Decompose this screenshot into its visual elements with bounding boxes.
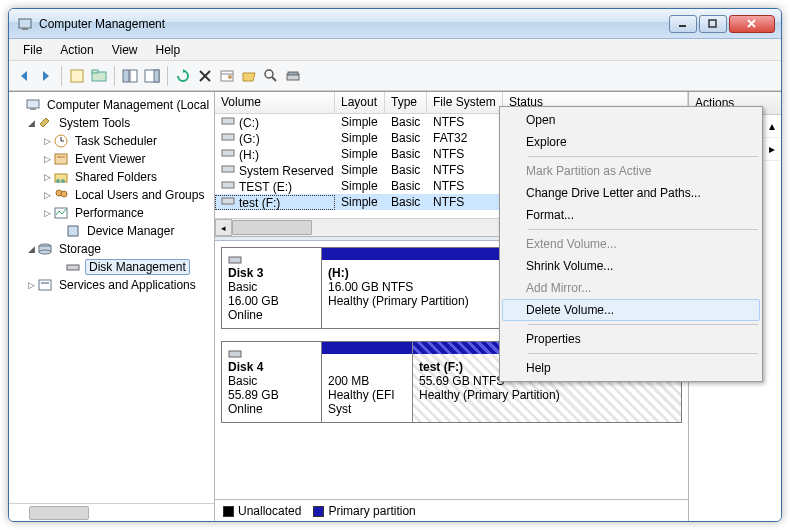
svg-rect-3 — [709, 20, 716, 27]
tree-device-manager[interactable]: Device Manager — [13, 222, 214, 240]
maximize-button[interactable] — [699, 15, 727, 33]
menu-explore[interactable]: Explore — [502, 131, 760, 153]
expand-collapse-icon[interactable]: ◢ — [25, 118, 37, 128]
find-icon[interactable] — [262, 67, 280, 85]
explorer-icon[interactable] — [90, 67, 108, 85]
menu-shrink[interactable]: Shrink Volume... — [502, 255, 760, 277]
menu-help[interactable]: Help — [502, 357, 760, 379]
tree-task-scheduler[interactable]: ▷Task Scheduler — [13, 132, 214, 150]
toolbar — [9, 61, 781, 91]
svg-rect-1 — [22, 28, 28, 30]
expand-icon[interactable]: ▷ — [41, 208, 53, 218]
expand-icon[interactable]: ▷ — [41, 154, 53, 164]
menu-file[interactable]: File — [15, 41, 50, 59]
tree-services[interactable]: ▷Services and Applications — [13, 276, 214, 294]
svg-rect-44 — [222, 150, 234, 156]
close-button[interactable] — [729, 15, 775, 33]
menu-properties[interactable]: Properties — [502, 328, 760, 350]
tree-disk-management[interactable]: Disk Management — [13, 258, 214, 276]
svg-point-31 — [61, 179, 65, 183]
tree-event-viewer[interactable]: ▷Event Viewer — [13, 150, 214, 168]
svg-point-17 — [228, 75, 232, 79]
tree-root[interactable]: Computer Management (Local — [13, 96, 214, 114]
expand-icon[interactable]: ▷ — [25, 280, 37, 290]
tree-performance[interactable]: ▷Performance — [13, 204, 214, 222]
computer-management-window: Computer Management File Action View Hel… — [8, 8, 782, 522]
expand-icon[interactable]: ▷ — [41, 172, 53, 182]
computer-icon — [25, 97, 41, 113]
show-hide-actions-icon[interactable] — [143, 67, 161, 85]
svg-rect-6 — [71, 70, 83, 82]
svg-rect-21 — [288, 72, 298, 75]
svg-rect-23 — [30, 108, 36, 110]
properties-icon[interactable] — [68, 67, 86, 85]
svg-rect-8 — [92, 70, 98, 73]
expand-icon[interactable]: ▷ — [41, 136, 53, 146]
show-hide-tree-icon[interactable] — [121, 67, 139, 85]
drive-icon — [221, 195, 235, 207]
svg-rect-41 — [41, 282, 49, 284]
tree-shared-folders[interactable]: ▷Shared Folders — [13, 168, 214, 186]
disk-icon[interactable] — [284, 67, 302, 85]
col-type[interactable]: Type — [385, 92, 427, 113]
drive-icon — [221, 163, 235, 175]
svg-rect-40 — [39, 280, 51, 290]
titlebar[interactable]: Computer Management — [9, 9, 781, 39]
chevron-up-icon: ▴ — [769, 119, 775, 133]
performance-icon — [53, 205, 69, 221]
tree-scrollbar[interactable] — [9, 503, 214, 521]
delete-icon[interactable] — [196, 67, 214, 85]
svg-rect-49 — [229, 351, 241, 357]
menu-action[interactable]: Action — [52, 41, 101, 59]
svg-rect-12 — [154, 70, 159, 82]
menu-delete-volume[interactable]: Delete Volume... — [502, 299, 760, 321]
tree-local-users[interactable]: ▷Local Users and Groups — [13, 186, 214, 204]
col-fs[interactable]: File System — [427, 92, 503, 113]
clock-icon — [53, 133, 69, 149]
menu-extend: Extend Volume... — [502, 233, 760, 255]
event-icon — [53, 151, 69, 167]
center-pane: Volume Layout Type File System Status (C… — [215, 92, 689, 521]
refresh-icon[interactable] — [174, 67, 192, 85]
svg-point-38 — [39, 250, 51, 254]
menu-add-mirror: Add Mirror... — [502, 277, 760, 299]
disk-info[interactable]: Disk 3 Basic 16.00 GB Online — [222, 248, 322, 328]
app-icon — [17, 16, 33, 32]
menu-change-letter[interactable]: Change Drive Letter and Paths... — [502, 182, 760, 204]
svg-point-33 — [61, 191, 67, 197]
tree-storage[interactable]: ◢Storage — [13, 240, 214, 258]
svg-rect-35 — [68, 226, 78, 236]
tools-icon — [37, 115, 53, 131]
services-icon — [37, 277, 53, 293]
disk-info[interactable]: Disk 4 Basic 55.89 GB Online — [222, 342, 322, 422]
menu-open[interactable]: Open — [502, 109, 760, 131]
navigation-tree: Computer Management (Local ◢ System Tool… — [9, 92, 215, 521]
menu-mark-active: Mark Partition as Active — [502, 160, 760, 182]
svg-rect-27 — [55, 154, 67, 164]
forward-icon[interactable] — [37, 67, 55, 85]
context-menu: Open Explore Mark Partition as Active Ch… — [499, 106, 763, 382]
window-title: Computer Management — [39, 17, 667, 31]
svg-rect-10 — [130, 70, 137, 82]
menu-format[interactable]: Format... — [502, 204, 760, 226]
minimize-button[interactable] — [669, 15, 697, 33]
menu-help[interactable]: Help — [148, 41, 189, 59]
menu-view[interactable]: View — [104, 41, 146, 59]
back-icon[interactable] — [15, 67, 33, 85]
users-icon — [53, 187, 69, 203]
col-layout[interactable]: Layout — [335, 92, 385, 113]
chevron-right-icon: ▸ — [769, 142, 775, 156]
settings-icon[interactable] — [218, 67, 236, 85]
disk-device-icon — [228, 348, 315, 360]
open-icon[interactable] — [240, 67, 258, 85]
svg-rect-46 — [222, 182, 234, 188]
expand-collapse-icon[interactable]: ◢ — [25, 244, 37, 254]
tree-system-tools[interactable]: ◢ System Tools — [13, 114, 214, 132]
svg-rect-47 — [222, 198, 234, 204]
col-volume[interactable]: Volume — [215, 92, 335, 113]
expand-icon[interactable]: ▷ — [41, 190, 53, 200]
partition[interactable]: 200 MB Healthy (EFI Syst — [322, 342, 412, 422]
svg-point-30 — [56, 179, 60, 183]
drive-icon — [221, 115, 235, 127]
folder-share-icon — [53, 169, 69, 185]
